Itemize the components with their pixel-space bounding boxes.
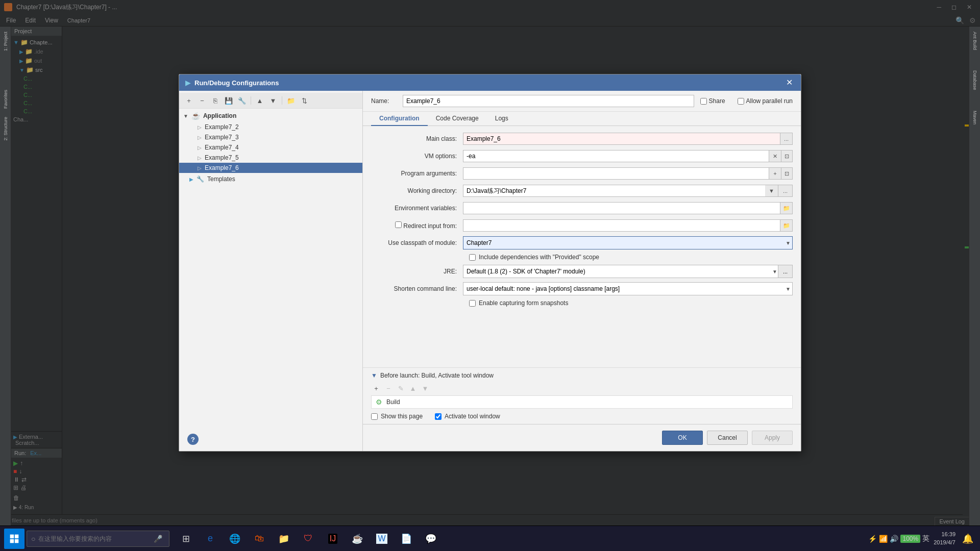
tab-logs[interactable]: Logs xyxy=(487,112,517,126)
working-dir-input[interactable] xyxy=(463,185,793,197)
config-icon-72: ▷ xyxy=(198,124,202,130)
dialog-close-button[interactable]: ✕ xyxy=(784,78,795,88)
favorites-tab[interactable]: Favorites xyxy=(2,89,9,110)
edit-config-button[interactable]: 🔧 xyxy=(236,95,248,106)
shorten-cmd-select[interactable]: user-local default: none - java [options… xyxy=(463,282,793,295)
acrobat-button[interactable]: 📄 xyxy=(396,527,416,551)
tree-item-example76[interactable]: ▷ Example7_6 xyxy=(179,163,362,173)
program-args-add-button[interactable]: + xyxy=(769,167,781,180)
structure-tab2[interactable]: 2: Structure xyxy=(2,116,9,142)
program-args-expand-button[interactable]: ⊡ xyxy=(781,167,793,180)
bl-up-button[interactable]: ▲ xyxy=(408,383,418,393)
intellij-button[interactable]: IJ xyxy=(323,527,343,551)
templates-item[interactable]: ▶ 🔧 Templates xyxy=(179,174,362,184)
java-icon: ☕ xyxy=(352,533,363,544)
cancel-button[interactable]: Cancel xyxy=(707,431,748,445)
working-dir-dropdown-button[interactable]: ▼ xyxy=(765,185,778,197)
main-class-browse-button[interactable]: ... xyxy=(780,133,793,145)
store-button[interactable]: 🛍 xyxy=(249,527,270,551)
battery-icon[interactable]: 100% xyxy=(900,535,920,543)
vm-options-clear-button[interactable]: ✕ xyxy=(769,150,781,162)
vm-options-input[interactable] xyxy=(463,150,769,162)
remove-config-button[interactable]: − xyxy=(197,95,208,106)
task-view-button[interactable]: ⊞ xyxy=(176,527,196,551)
bottom-checkboxes: Show this page Activate tool window xyxy=(371,413,793,420)
allow-parallel-checkbox[interactable] xyxy=(738,98,744,105)
microphone-icon: 🎤 xyxy=(154,535,162,543)
templates-arrow: ▶ xyxy=(189,177,193,182)
bl-edit-button[interactable]: ✎ xyxy=(396,383,406,393)
folder-button[interactable]: 📁 xyxy=(285,95,297,106)
bl-add-button[interactable]: + xyxy=(371,383,381,393)
search-input[interactable] xyxy=(38,535,151,542)
volume-icon[interactable]: 🔊 xyxy=(890,535,898,543)
start-button[interactable] xyxy=(4,529,24,549)
tree-item-example75[interactable]: ▷ Example7_5 xyxy=(179,153,362,163)
left-panel-tabs: 1: Project Favorites 2: Structure xyxy=(0,27,11,525)
move-up-button[interactable]: ▲ xyxy=(254,95,265,106)
jre-browse-button[interactable]: ... xyxy=(778,265,793,278)
save-config-button[interactable]: 💾 xyxy=(223,95,234,106)
ie-button[interactable]: e xyxy=(200,527,220,551)
maven-tab[interactable]: Maven xyxy=(971,110,978,126)
redirect-checkbox[interactable] xyxy=(395,221,402,228)
tray-icons: ⚡ 📶 🔊 100% 英 xyxy=(868,534,929,543)
files-button[interactable]: 📁 xyxy=(274,527,294,551)
norton-button[interactable]: 🛡 xyxy=(298,527,318,551)
vm-options-expand-button[interactable]: ⊡ xyxy=(781,150,793,162)
bl-remove-button[interactable]: − xyxy=(383,383,394,393)
files-icon: 📁 xyxy=(278,533,289,544)
env-vars-input[interactable] xyxy=(463,202,780,214)
network-icon[interactable]: 📶 xyxy=(879,535,888,543)
help-icon[interactable]: ? xyxy=(187,434,199,445)
taskbar-search[interactable]: ○ 🎤 xyxy=(27,531,169,547)
show-page-checkbox[interactable] xyxy=(371,413,378,420)
project-tab[interactable]: 1: Project xyxy=(2,31,9,52)
ant-build-tab[interactable]: Ant Build xyxy=(971,31,978,51)
config-icon-74: ▷ xyxy=(198,145,202,151)
wechat-button[interactable]: 💬 xyxy=(421,527,441,551)
notification-button[interactable]: 🔔 xyxy=(960,531,976,547)
word-button[interactable]: W xyxy=(372,527,392,551)
sort-button[interactable]: ⇅ xyxy=(299,95,310,106)
name-input[interactable] xyxy=(403,95,694,107)
share-checkbox[interactable] xyxy=(700,98,707,105)
add-config-button[interactable]: + xyxy=(183,95,194,106)
copy-config-button[interactable]: ⎘ xyxy=(210,95,221,106)
move-down-button[interactable]: ▼ xyxy=(267,95,279,106)
tree-item-example74[interactable]: ▷ Example7_4 xyxy=(179,142,362,153)
ok-button[interactable]: OK xyxy=(662,431,703,445)
tree-item-example73[interactable]: ▷ Example7_3 xyxy=(179,132,362,142)
config-icon-76: ▷ xyxy=(198,165,202,171)
tabs-bar: Configuration Code Coverage Logs xyxy=(363,112,801,126)
word-icon: W xyxy=(376,534,387,544)
application-header[interactable]: ▼ ☕ Application xyxy=(179,110,362,122)
redirect-input[interactable] xyxy=(463,219,780,232)
norton-icon: 🛡 xyxy=(304,533,313,544)
main-class-input[interactable] xyxy=(463,133,780,145)
bl-down-button[interactable]: ▼ xyxy=(420,383,430,393)
classpath-module-select[interactable]: Chapter7 xyxy=(463,236,793,249)
program-args-input[interactable] xyxy=(463,167,769,180)
taskbar-clock[interactable]: 16:39 2019/4/7 xyxy=(934,531,955,546)
tree-item-example72[interactable]: ▷ Example7_2 xyxy=(179,122,362,132)
edge-button[interactable]: 🌐 xyxy=(225,527,245,551)
language-icon[interactable]: 英 xyxy=(922,534,929,543)
redirect-browse-button[interactable]: 📁 xyxy=(780,219,793,232)
tab-configuration[interactable]: Configuration xyxy=(371,112,428,126)
env-vars-browse-button[interactable]: 📁 xyxy=(780,202,793,214)
before-launch-header: ▼ Before launch: Build, Activate tool wi… xyxy=(371,372,793,379)
apply-button[interactable]: Apply xyxy=(752,431,793,445)
before-launch-section: ▼ Before launch: Build, Activate tool wi… xyxy=(363,367,801,424)
include-deps-checkbox[interactable] xyxy=(469,254,476,261)
jre-select[interactable]: Default (1.8 (2) - SDK of 'Chapter7' mod… xyxy=(463,265,778,278)
database-tab[interactable]: Database xyxy=(971,69,978,91)
java-button[interactable]: ☕ xyxy=(347,527,368,551)
store-icon: 🛍 xyxy=(255,533,264,544)
tab-code-coverage[interactable]: Code Coverage xyxy=(428,112,487,126)
activate-tool-checkbox[interactable] xyxy=(435,413,442,420)
before-launch-collapse[interactable]: ▼ xyxy=(371,372,377,379)
power-icon[interactable]: ⚡ xyxy=(868,535,877,543)
enable-snapshots-checkbox[interactable] xyxy=(469,300,476,307)
working-dir-browse-button[interactable]: ... xyxy=(778,185,793,197)
